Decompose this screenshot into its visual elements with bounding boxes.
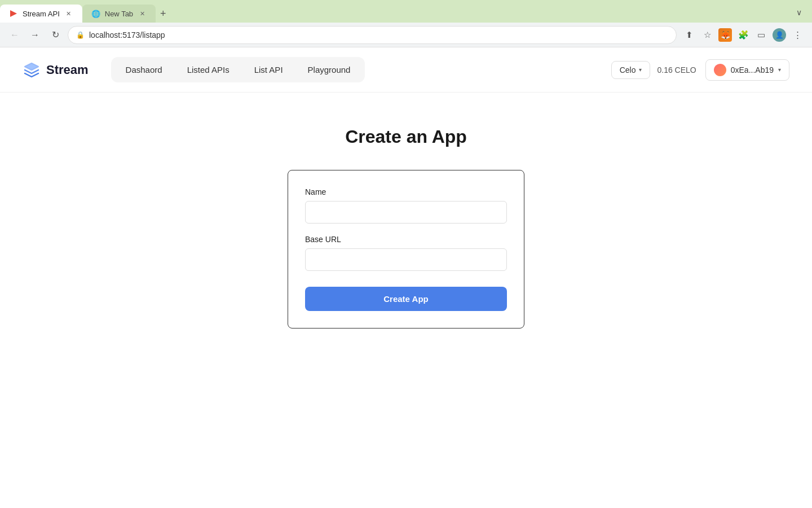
nav-tab-list-api[interactable]: List API (243, 60, 294, 79)
wallet-section: Celo ▾ 0.16 CELO 0xEa...Ab19 ▾ (611, 59, 789, 81)
main-content: Create an App Name Base URL Create App (0, 93, 812, 508)
menu-button[interactable]: ⋮ (789, 27, 805, 43)
tab-close-stream[interactable]: ✕ (64, 9, 73, 18)
create-app-button[interactable]: Create App (305, 287, 507, 311)
new-tab-button[interactable]: + (156, 6, 171, 22)
celo-balance: 0.16 CELO (657, 65, 696, 75)
tab-label-newtab: New Tab (105, 10, 133, 18)
svg-marker-0 (10, 10, 17, 17)
forward-button[interactable]: → (27, 27, 43, 43)
base-url-form-group: Base URL (305, 235, 507, 271)
tab-close-newtab[interactable]: ✕ (138, 9, 147, 18)
extensions-button[interactable]: 🧩 (735, 27, 751, 43)
nav-tab-dashboard[interactable]: Dashaord (114, 60, 174, 79)
tab-label-stream: Stream API (23, 10, 60, 18)
network-chevron-icon: ▾ (639, 67, 642, 73)
name-form-group: Name (305, 187, 507, 224)
wallet-chevron-icon: ▾ (778, 67, 781, 73)
address-bar-row: ← → ↻ 🔒 localhost:5173/listapp ⬆ ☆ 🦊 🧩 ▭… (0, 23, 812, 47)
lock-icon: 🔒 (76, 31, 85, 39)
app-logo-text: Stream (46, 63, 89, 77)
nav-tab-playground[interactable]: Playground (297, 60, 362, 79)
app-content: Stream Dashaord Listed APIs List API Pla… (0, 47, 812, 508)
back-button[interactable]: ← (7, 27, 23, 43)
profile-button[interactable]: 👤 (771, 27, 787, 43)
base-url-input[interactable] (305, 248, 507, 271)
reload-button[interactable]: ↻ (47, 27, 63, 43)
nav-tabs: Dashaord Listed APIs List API Playground (111, 57, 365, 82)
tab-favicon-stream (9, 9, 18, 18)
stream-logo-icon (23, 61, 41, 79)
app-logo: Stream (23, 61, 89, 79)
tab-list-chevron[interactable]: ∨ (792, 6, 806, 19)
bookmark-icon-button[interactable]: ☆ (699, 27, 715, 43)
network-selector[interactable]: Celo ▾ (611, 61, 651, 79)
wallet-avatar (714, 64, 726, 76)
app-navbar: Stream Dashaord Listed APIs List API Pla… (0, 47, 812, 93)
sidebar-toggle-button[interactable]: ▭ (753, 27, 769, 43)
name-input[interactable] (305, 201, 507, 224)
wallet-address-button[interactable]: 0xEa...Ab19 ▾ (705, 59, 789, 81)
tab-bar: Stream API ✕ 🌐 New Tab ✕ + ∨ (0, 0, 812, 23)
tab-stream-api[interactable]: Stream API ✕ (0, 5, 82, 23)
metamask-fox-button[interactable]: 🦊 (717, 27, 733, 43)
address-bar[interactable]: 🔒 localhost:5173/listapp (68, 26, 677, 44)
name-label: Name (305, 187, 507, 196)
profile-avatar: 👤 (773, 28, 786, 42)
wallet-address-text: 0xEa...Ab19 (731, 65, 774, 75)
create-app-form-card: Name Base URL Create App (288, 170, 524, 329)
fox-icon: 🦊 (718, 28, 732, 42)
base-url-label: Base URL (305, 235, 507, 244)
url-text: localhost:5173/listapp (89, 30, 668, 40)
upload-icon-button[interactable]: ⬆ (681, 27, 697, 43)
nav-tab-listed-apis[interactable]: Listed APIs (176, 60, 241, 79)
toolbar-icons: ⬆ ☆ 🦊 🧩 ▭ 👤 ⋮ (681, 27, 805, 43)
tab-new-tab[interactable]: 🌐 New Tab ✕ (82, 5, 156, 23)
page-title: Create an App (345, 126, 467, 147)
tab-favicon-newtab: 🌐 (91, 9, 100, 18)
network-label: Celo (620, 65, 636, 75)
